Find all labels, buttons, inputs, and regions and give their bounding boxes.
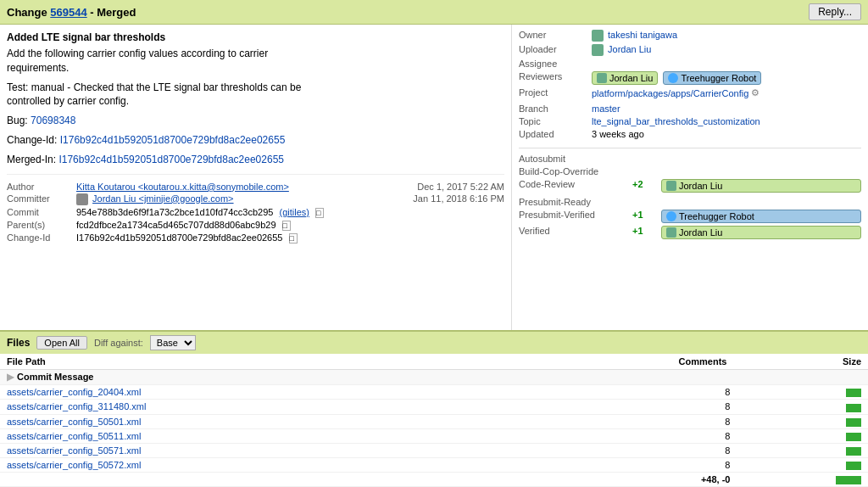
- file-link[interactable]: assets/carrier_config_50501.xml: [7, 417, 141, 427]
- owner-value: takeshi tanigawa: [592, 30, 861, 42]
- file-link[interactable]: assets/carrier_config_311480.xml: [7, 401, 146, 411]
- gitiles-link[interactable]: (gitiles): [280, 207, 309, 217]
- project-link[interactable]: platform/packages/apps/CarrierConfig: [592, 88, 748, 98]
- reviewer-badge-jordan[interactable]: Jordan Liu: [592, 71, 658, 85]
- gear-icon[interactable]: ⚙: [751, 87, 765, 101]
- size-bar: [846, 404, 861, 412]
- size-cell: [733, 400, 868, 414]
- parent-hash-value: fcd2dfbce2a1734ca5d465c707dd88d06abc9b29…: [76, 220, 376, 231]
- table-row: assets/carrier_config_50572.xml8: [0, 457, 868, 472]
- table-row: assets/carrier_config_50501.xml8: [0, 414, 868, 428]
- info-grid: Owner takeshi tanigawa Uploader Jordan L…: [519, 30, 861, 139]
- comment-count: 8: [520, 443, 733, 457]
- change-number-link[interactable]: 569544: [50, 6, 86, 19]
- topic-value: lte_signal_bar_thresholds_customization: [592, 116, 861, 126]
- totals-size-bar: [836, 476, 861, 484]
- file-link[interactable]: assets/carrier_config_50572.xml: [7, 460, 141, 470]
- branch-link[interactable]: master: [592, 104, 620, 114]
- diff-select[interactable]: Base: [150, 335, 196, 350]
- size-bar: [846, 389, 861, 397]
- commit-bug: Bug: 70698348: [7, 114, 504, 128]
- comment-count: 8: [520, 457, 733, 472]
- author-link[interactable]: Kitta Koutarou <koutarou.x.kitta@sonymob…: [76, 182, 289, 192]
- reply-button[interactable]: Reply...: [809, 3, 861, 20]
- commit-body2: Test: manual - Checked that the LTE sign…: [7, 81, 504, 109]
- merged-in-link[interactable]: I176b92c4d1b592051d8700e729bfd8ac2ee0265…: [58, 154, 284, 165]
- files-table: File Path Comments Size ▶Commit Messagea…: [0, 354, 868, 487]
- comment-count: [520, 370, 733, 385]
- comment-count: 8: [520, 385, 733, 400]
- build-cop-label: Build-Cop-Override: [519, 166, 629, 176]
- reviewer-avatar-treehugger: [668, 73, 678, 83]
- parent-hash: fcd2dfbce2a1734ca5d465c707dd88d06abc9b29: [76, 220, 276, 230]
- topic-label: Topic: [519, 116, 587, 126]
- author-label: Author: [7, 182, 75, 192]
- size-cell: [733, 414, 868, 428]
- author-section: Author Kitta Koutarou <koutarou.x.kitta@…: [7, 174, 504, 244]
- commit-merged-in: Merged-In: I176b92c4d1b592051d8700e729bf…: [7, 153, 504, 167]
- author-date: Dec 1, 2017 5:22 AM: [377, 182, 504, 192]
- change-id-row: I176b92c4d1b592051d8700e729bfd8ac2ee0265…: [76, 232, 282, 243]
- topic-link[interactable]: lte_signal_bar_thresholds_customization: [592, 116, 760, 126]
- committer-link[interactable]: Jordan Liu <jminjie@google.com>: [92, 193, 233, 204]
- file-link[interactable]: assets/carrier_config_50511.xml: [7, 431, 141, 441]
- copy-commit-icon[interactable]: □: [315, 208, 324, 218]
- totals-count: +48, -0: [520, 472, 733, 486]
- change-title: Change 569544 - Merged: [7, 6, 136, 19]
- expand-icon[interactable]: ▶: [7, 372, 14, 382]
- size-cell: [733, 443, 868, 457]
- committer-avatar: [76, 193, 88, 205]
- commit-change-id: Change-Id: I176b92c4d1b592051d8700e729bf…: [7, 133, 504, 148]
- code-review-score: +2: [632, 179, 658, 193]
- bug-link[interactable]: 70698348: [31, 115, 75, 126]
- size-cell: [733, 428, 868, 443]
- code-review-label: Code-Review: [519, 179, 629, 193]
- uploader-value: Jordan Liu: [592, 44, 861, 56]
- comment-count: 8: [520, 400, 733, 414]
- commit-message: Added LTE signal bar thresholds Add the …: [7, 31, 504, 167]
- owner-link[interactable]: takeshi tanigawa: [608, 30, 677, 40]
- autosubmit-label: Autosubmit: [519, 154, 629, 164]
- branch-label: Branch: [519, 104, 587, 114]
- size-bar: [846, 447, 861, 456]
- col-file-path: File Path: [0, 354, 520, 370]
- uploader-label: Uploader: [519, 44, 587, 56]
- totals-row: +48, -0: [0, 472, 868, 486]
- change-status: - Merged: [90, 6, 136, 19]
- copy-changeid-icon[interactable]: □: [289, 233, 298, 244]
- size-bar: [846, 418, 861, 427]
- presubmit-verified-avatar: [666, 211, 676, 221]
- col-comments: Comments: [520, 354, 733, 370]
- page-header: Change 569544 - Merged Reply...: [0, 0, 868, 25]
- copy-parent-icon[interactable]: □: [282, 221, 291, 231]
- comment-count: 8: [520, 414, 733, 428]
- presubmit-verified-badge[interactable]: Treehugger Robot: [661, 210, 861, 223]
- presubmit-verified-score: +1: [632, 210, 658, 223]
- uploader-link[interactable]: Jordan Liu: [608, 44, 651, 54]
- files-section-label: Files: [7, 337, 30, 349]
- file-link[interactable]: assets/carrier_config_20404.xml: [7, 387, 141, 397]
- commit-hash-value: 954e788b3de6f9f1a73c2bce1d10fd74cc3cb295…: [76, 207, 376, 218]
- commit-title: Added LTE signal bar thresholds: [7, 31, 504, 43]
- verified-score: +1: [632, 226, 658, 239]
- reviewer-badge-treehugger[interactable]: Treehugger Robot: [663, 71, 761, 85]
- presubmit-ready-label: Presubmit-Ready: [519, 197, 861, 207]
- size-bar: [846, 462, 861, 470]
- owner-label: Owner: [519, 30, 587, 42]
- table-row: assets/carrier_config_311480.xml8: [0, 400, 868, 414]
- code-review-badge[interactable]: Jordan Liu: [661, 179, 861, 193]
- verified-label: Verified: [519, 226, 629, 239]
- commit-hash: 954e788b3de6f9f1a73c2bce1d10fd74cc3cb295: [76, 207, 273, 217]
- change-id-link[interactable]: I176b92c4d1b592051d8700e729bfd8ac2ee0265…: [60, 134, 286, 146]
- commit-label: Commit: [7, 207, 75, 218]
- table-row: assets/carrier_config_50571.xml8: [0, 443, 868, 457]
- updated-label: Updated: [519, 129, 587, 139]
- branch-value: master: [592, 104, 861, 114]
- open-all-button[interactable]: Open All: [36, 336, 87, 350]
- reviewers-value: Jordan Liu Treehugger Robot: [592, 71, 861, 85]
- file-link[interactable]: assets/carrier_config_50571.xml: [7, 445, 141, 456]
- change-id-row-label: Change-Id: [7, 232, 75, 244]
- change-prefix: Change: [7, 6, 47, 19]
- verified-badge[interactable]: Jordan Liu: [661, 226, 861, 239]
- size-cell: [733, 385, 868, 400]
